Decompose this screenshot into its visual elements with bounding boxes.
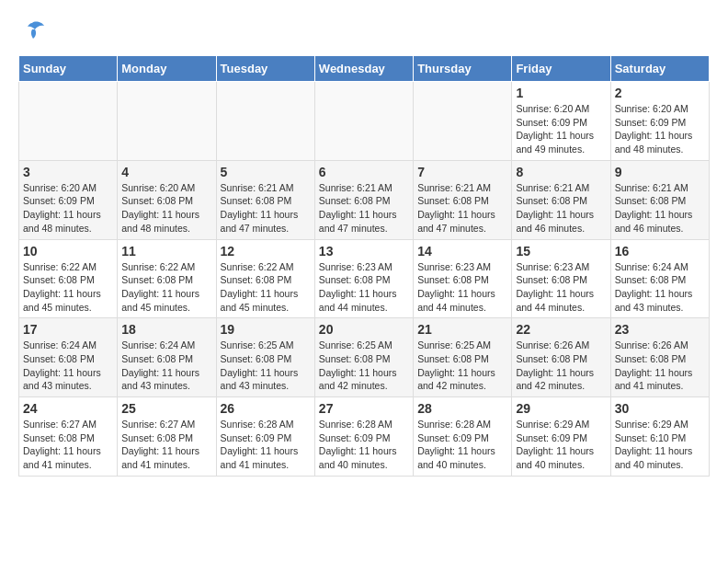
day-info: Sunrise: 6:24 AM Sunset: 6:08 PM Dayligh… bbox=[23, 339, 113, 393]
day-number: 24 bbox=[23, 401, 113, 416]
day-number: 13 bbox=[319, 244, 409, 259]
calendar-cell: 5Sunrise: 6:21 AM Sunset: 6:08 PM Daylig… bbox=[216, 160, 314, 239]
week-row-3: 10Sunrise: 6:22 AM Sunset: 6:08 PM Dayli… bbox=[19, 239, 710, 318]
week-row-5: 24Sunrise: 6:27 AM Sunset: 6:08 PM Dayli… bbox=[19, 397, 710, 477]
day-number: 16 bbox=[615, 244, 705, 259]
day-number: 12 bbox=[221, 244, 311, 259]
day-info: Sunrise: 6:23 AM Sunset: 6:08 PM Dayligh… bbox=[319, 260, 409, 315]
calendar-cell: 3Sunrise: 6:20 AM Sunset: 6:09 PM Daylig… bbox=[19, 160, 118, 239]
calendar-cell: 15Sunrise: 6:23 AM Sunset: 6:08 PM Dayli… bbox=[512, 239, 610, 318]
day-info: Sunrise: 6:21 AM Sunset: 6:08 PM Dayligh… bbox=[221, 181, 311, 236]
calendar-cell: 20Sunrise: 6:25 AM Sunset: 6:08 PM Dayli… bbox=[314, 318, 413, 397]
day-number: 1 bbox=[516, 86, 606, 100]
day-number: 17 bbox=[23, 322, 113, 337]
calendar-cell: 30Sunrise: 6:29 AM Sunset: 6:10 PM Dayli… bbox=[610, 397, 709, 477]
day-number: 20 bbox=[319, 322, 409, 337]
calendar-cell: 21Sunrise: 6:25 AM Sunset: 6:08 PM Dayli… bbox=[414, 318, 512, 397]
calendar-header: SundayMondayTuesdayWednesdayThursdayFrid… bbox=[19, 56, 710, 82]
day-number: 7 bbox=[417, 165, 507, 179]
logo-icon bbox=[18, 18, 46, 46]
day-number: 30 bbox=[615, 401, 705, 416]
calendar-cell bbox=[314, 82, 413, 161]
calendar-cell: 11Sunrise: 6:22 AM Sunset: 6:08 PM Dayli… bbox=[118, 239, 216, 318]
calendar-cell: 1Sunrise: 6:20 AM Sunset: 6:09 PM Daylig… bbox=[512, 82, 610, 161]
day-number: 29 bbox=[516, 401, 606, 416]
day-header-tuesday: Tuesday bbox=[216, 56, 314, 82]
day-info: Sunrise: 6:28 AM Sunset: 6:09 PM Dayligh… bbox=[319, 418, 409, 472]
calendar-cell: 8Sunrise: 6:21 AM Sunset: 6:08 PM Daylig… bbox=[512, 160, 610, 239]
day-info: Sunrise: 6:24 AM Sunset: 6:08 PM Dayligh… bbox=[615, 260, 705, 315]
day-number: 3 bbox=[23, 165, 113, 179]
day-info: Sunrise: 6:22 AM Sunset: 6:08 PM Dayligh… bbox=[121, 260, 211, 315]
calendar-cell: 19Sunrise: 6:25 AM Sunset: 6:08 PM Dayli… bbox=[216, 318, 314, 397]
calendar-cell: 9Sunrise: 6:21 AM Sunset: 6:08 PM Daylig… bbox=[610, 160, 709, 239]
day-number: 15 bbox=[516, 244, 606, 259]
day-info: Sunrise: 6:24 AM Sunset: 6:08 PM Dayligh… bbox=[121, 339, 211, 393]
day-header-friday: Friday bbox=[512, 56, 610, 82]
day-info: Sunrise: 6:25 AM Sunset: 6:08 PM Dayligh… bbox=[417, 339, 507, 393]
day-info: Sunrise: 6:20 AM Sunset: 6:09 PM Dayligh… bbox=[615, 102, 705, 156]
calendar-body: 1Sunrise: 6:20 AM Sunset: 6:09 PM Daylig… bbox=[19, 82, 710, 477]
day-info: Sunrise: 6:27 AM Sunset: 6:08 PM Dayligh… bbox=[23, 418, 113, 472]
day-number: 11 bbox=[121, 244, 211, 259]
day-info: Sunrise: 6:28 AM Sunset: 6:09 PM Dayligh… bbox=[221, 418, 311, 472]
day-header-sunday: Sunday bbox=[19, 56, 118, 82]
day-info: Sunrise: 6:22 AM Sunset: 6:08 PM Dayligh… bbox=[23, 260, 113, 315]
header bbox=[18, 18, 710, 46]
calendar-cell: 26Sunrise: 6:28 AM Sunset: 6:09 PM Dayli… bbox=[216, 397, 314, 477]
day-number: 10 bbox=[23, 244, 113, 259]
day-info: Sunrise: 6:29 AM Sunset: 6:10 PM Dayligh… bbox=[615, 418, 705, 472]
calendar-cell: 17Sunrise: 6:24 AM Sunset: 6:08 PM Dayli… bbox=[19, 318, 118, 397]
day-info: Sunrise: 6:21 AM Sunset: 6:08 PM Dayligh… bbox=[319, 181, 409, 236]
day-info: Sunrise: 6:25 AM Sunset: 6:08 PM Dayligh… bbox=[319, 339, 409, 393]
calendar-cell: 14Sunrise: 6:23 AM Sunset: 6:08 PM Dayli… bbox=[414, 239, 512, 318]
calendar-cell: 10Sunrise: 6:22 AM Sunset: 6:08 PM Dayli… bbox=[19, 239, 118, 318]
day-number: 5 bbox=[221, 165, 311, 179]
calendar-cell: 6Sunrise: 6:21 AM Sunset: 6:08 PM Daylig… bbox=[314, 160, 413, 239]
day-number: 22 bbox=[516, 322, 606, 337]
day-header-thursday: Thursday bbox=[414, 56, 512, 82]
calendar-cell: 2Sunrise: 6:20 AM Sunset: 6:09 PM Daylig… bbox=[610, 82, 709, 161]
day-number: 26 bbox=[221, 401, 311, 416]
week-row-2: 3Sunrise: 6:20 AM Sunset: 6:09 PM Daylig… bbox=[19, 160, 710, 239]
day-info: Sunrise: 6:23 AM Sunset: 6:08 PM Dayligh… bbox=[417, 260, 507, 315]
calendar-table: SundayMondayTuesdayWednesdayThursdayFrid… bbox=[18, 55, 710, 477]
header-row: SundayMondayTuesdayWednesdayThursdayFrid… bbox=[19, 56, 710, 82]
day-info: Sunrise: 6:22 AM Sunset: 6:08 PM Dayligh… bbox=[221, 260, 311, 315]
day-number: 2 bbox=[615, 86, 705, 100]
day-info: Sunrise: 6:27 AM Sunset: 6:08 PM Dayligh… bbox=[121, 418, 211, 472]
day-info: Sunrise: 6:21 AM Sunset: 6:08 PM Dayligh… bbox=[516, 181, 606, 236]
day-info: Sunrise: 6:26 AM Sunset: 6:08 PM Dayligh… bbox=[615, 339, 705, 393]
day-number: 14 bbox=[417, 244, 507, 259]
calendar-cell: 7Sunrise: 6:21 AM Sunset: 6:08 PM Daylig… bbox=[414, 160, 512, 239]
day-number: 18 bbox=[121, 322, 211, 337]
calendar-cell: 18Sunrise: 6:24 AM Sunset: 6:08 PM Dayli… bbox=[118, 318, 216, 397]
calendar-cell: 4Sunrise: 6:20 AM Sunset: 6:08 PM Daylig… bbox=[118, 160, 216, 239]
day-info: Sunrise: 6:21 AM Sunset: 6:08 PM Dayligh… bbox=[615, 181, 705, 236]
day-number: 21 bbox=[417, 322, 507, 337]
day-header-saturday: Saturday bbox=[610, 56, 709, 82]
day-info: Sunrise: 6:28 AM Sunset: 6:09 PM Dayligh… bbox=[417, 418, 507, 472]
day-info: Sunrise: 6:29 AM Sunset: 6:09 PM Dayligh… bbox=[516, 418, 606, 472]
day-number: 23 bbox=[615, 322, 705, 337]
day-info: Sunrise: 6:20 AM Sunset: 6:09 PM Dayligh… bbox=[23, 181, 113, 236]
calendar-cell bbox=[19, 82, 118, 161]
day-info: Sunrise: 6:25 AM Sunset: 6:08 PM Dayligh… bbox=[221, 339, 311, 393]
calendar-cell: 16Sunrise: 6:24 AM Sunset: 6:08 PM Dayli… bbox=[610, 239, 709, 318]
calendar-cell: 25Sunrise: 6:27 AM Sunset: 6:08 PM Dayli… bbox=[118, 397, 216, 477]
calendar-cell bbox=[414, 82, 512, 161]
calendar-cell: 27Sunrise: 6:28 AM Sunset: 6:09 PM Dayli… bbox=[314, 397, 413, 477]
day-info: Sunrise: 6:26 AM Sunset: 6:08 PM Dayligh… bbox=[516, 339, 606, 393]
page: SundayMondayTuesdayWednesdayThursdayFrid… bbox=[0, 0, 728, 495]
calendar-cell: 13Sunrise: 6:23 AM Sunset: 6:08 PM Dayli… bbox=[314, 239, 413, 318]
week-row-1: 1Sunrise: 6:20 AM Sunset: 6:09 PM Daylig… bbox=[19, 82, 710, 161]
day-number: 27 bbox=[319, 401, 409, 416]
day-number: 4 bbox=[121, 165, 211, 179]
day-number: 19 bbox=[221, 322, 311, 337]
day-number: 8 bbox=[516, 165, 606, 179]
day-header-monday: Monday bbox=[118, 56, 216, 82]
calendar-cell bbox=[216, 82, 314, 161]
day-number: 9 bbox=[615, 165, 705, 179]
day-header-wednesday: Wednesday bbox=[314, 56, 413, 82]
calendar-cell: 22Sunrise: 6:26 AM Sunset: 6:08 PM Dayli… bbox=[512, 318, 610, 397]
